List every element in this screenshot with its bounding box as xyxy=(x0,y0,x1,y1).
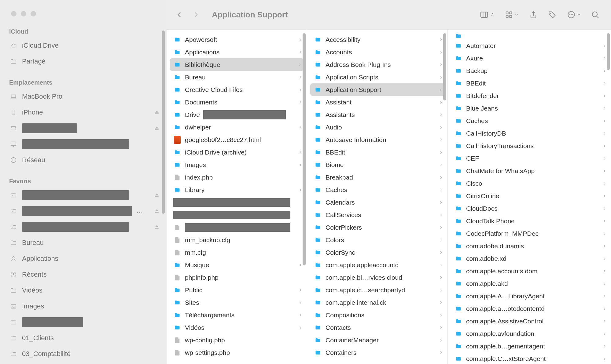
list-item[interactable] xyxy=(167,196,307,209)
list-item[interactable]: Bureau xyxy=(167,71,307,83)
list-item[interactable]: Blue Jeans xyxy=(448,102,611,115)
list-item[interactable]: com.apple.avfoundation xyxy=(448,327,611,340)
eject-icon[interactable] xyxy=(154,224,160,230)
sidebar-scrollbar[interactable] xyxy=(162,31,165,214)
share-button[interactable] xyxy=(529,10,538,19)
sidebar-item[interactable]: Réseau xyxy=(0,152,167,168)
list-item[interactable]: Library xyxy=(167,184,307,196)
list-item[interactable]: phpinfo.php xyxy=(167,271,307,284)
sidebar-item[interactable] xyxy=(0,136,167,152)
list-item[interactable]: ContainerManager xyxy=(307,334,447,346)
list-item[interactable]: Drive xyxy=(167,108,307,121)
list-item[interactable]: com.apple.C…xtStoreAgent xyxy=(448,352,611,364)
list-item[interactable]: Contacts xyxy=(307,321,447,334)
list-item[interactable]: com.apple.appleaccountd xyxy=(307,259,447,271)
sidebar-item[interactable] xyxy=(0,120,167,136)
list-item[interactable]: mm.cfg xyxy=(167,246,307,259)
eject-icon[interactable] xyxy=(154,192,160,198)
list-item[interactable]: CloudDocs xyxy=(448,202,611,215)
list-item[interactable]: com.apple.accounts.dom xyxy=(448,265,611,277)
sidebar-item[interactable] xyxy=(0,187,167,203)
list-item[interactable]: Bitdefender xyxy=(448,89,611,102)
sidebar-item[interactable]: Applications xyxy=(0,251,167,267)
list-item[interactable]: com.apple.akd xyxy=(448,277,611,290)
list-item[interactable]: CitrixOnline xyxy=(448,190,611,202)
sidebar-item[interactable]: MacBook Pro xyxy=(0,89,167,104)
sidebar-item[interactable] xyxy=(0,314,167,330)
list-item[interactable]: BBEdit xyxy=(307,146,447,158)
list-item[interactable]: com.apple.internal.ck xyxy=(307,296,447,309)
list-item[interactable]: Caches xyxy=(307,184,447,196)
sidebar-item[interactable]: Récents xyxy=(0,267,167,282)
list-item[interactable]: Audio xyxy=(307,121,447,133)
list-item[interactable]: CallHistoryDB xyxy=(448,127,611,140)
sidebar-item[interactable]: iCloud Drive xyxy=(0,38,167,53)
list-item[interactable]: Cisco xyxy=(448,177,611,190)
sidebar-item[interactable]: Images xyxy=(0,298,167,314)
column-scrollbar[interactable] xyxy=(303,33,306,265)
list-item[interactable]: Creative Cloud Files xyxy=(167,83,307,96)
list-item[interactable]: CallServices xyxy=(307,209,447,221)
list-item[interactable]: Apowersoft xyxy=(167,33,307,46)
search-button[interactable] xyxy=(591,10,599,19)
sidebar-item[interactable]: Partagé xyxy=(0,53,167,69)
list-item[interactable]: Application Support xyxy=(310,83,444,96)
list-item[interactable]: Address Book Plug-Ins xyxy=(307,58,447,71)
sidebar-item[interactable]: Vidéos xyxy=(0,282,167,298)
list-item[interactable]: BBEdit xyxy=(448,77,611,89)
list-item[interactable]: CloudTalk Phone xyxy=(448,215,611,227)
list-item[interactable]: Assistants xyxy=(307,108,447,121)
zoom-window-button[interactable] xyxy=(31,11,36,16)
list-item[interactable]: Calendars xyxy=(307,196,447,209)
list-item[interactable]: index.php xyxy=(167,171,307,184)
list-item[interactable]: com.adobe.dunamis xyxy=(448,240,611,252)
list-item[interactable]: Breakpad xyxy=(307,171,447,184)
list-item[interactable]: Accessibility xyxy=(307,33,447,46)
list-item[interactable]: Public xyxy=(167,284,307,296)
list-item[interactable]: mm_backup.cfg xyxy=(167,234,307,246)
list-item[interactable]: ColorSync xyxy=(307,246,447,259)
tags-button[interactable] xyxy=(548,10,557,19)
group-by-button[interactable] xyxy=(505,10,519,19)
list-item[interactable] xyxy=(167,221,307,234)
sidebar-item[interactable]: Bureau xyxy=(0,235,167,251)
list-item[interactable]: Axure xyxy=(448,52,611,64)
sidebar-item[interactable]: … xyxy=(0,203,167,219)
list-item[interactable]: ColorPickers xyxy=(307,221,447,234)
list-item[interactable]: CEF xyxy=(448,152,611,165)
sidebar-item[interactable] xyxy=(0,219,167,235)
forward-button[interactable] xyxy=(192,11,200,19)
list-item[interactable]: wp-settings.php xyxy=(167,346,307,359)
list-item[interactable] xyxy=(448,33,611,39)
list-item[interactable]: Compositions xyxy=(307,309,447,321)
list-item[interactable]: Assistant xyxy=(307,96,447,108)
list-item[interactable]: Vidéos xyxy=(167,321,307,334)
list-item[interactable]: Musique xyxy=(167,259,307,271)
back-button[interactable] xyxy=(175,11,183,19)
column-scrollbar[interactable] xyxy=(443,33,446,100)
eject-icon[interactable] xyxy=(154,125,160,131)
list-item[interactable]: com.apple.A…LibraryAgent xyxy=(448,290,611,302)
list-item[interactable]: Sites xyxy=(167,296,307,309)
sidebar-item[interactable]: 03_Comptabilité xyxy=(0,346,167,362)
sidebar-item[interactable]: iPhone xyxy=(0,104,167,120)
eject-icon[interactable] xyxy=(154,109,160,115)
list-item[interactable]: com.apple.AssistiveControl xyxy=(448,315,611,327)
list-item[interactable]: Application Scripts xyxy=(307,71,447,83)
list-item[interactable]: CodecPlatform_MMPDec xyxy=(448,227,611,240)
list-item[interactable]: Caches xyxy=(448,115,611,127)
minimize-window-button[interactable] xyxy=(21,11,26,16)
view-columns-button[interactable] xyxy=(480,10,495,19)
list-item[interactable]: com.adobe.xd xyxy=(448,252,611,265)
column-scrollbar[interactable] xyxy=(607,33,610,70)
eject-icon[interactable] xyxy=(154,208,160,214)
list-item[interactable]: google8b0f2…c8cc27.html xyxy=(167,133,307,146)
list-item[interactable]: Biome xyxy=(307,158,447,171)
close-window-button[interactable] xyxy=(11,11,17,16)
list-item[interactable]: Colors xyxy=(307,234,447,246)
list-item[interactable]: dwhelper xyxy=(167,121,307,133)
list-item[interactable]: Autosave Information xyxy=(307,133,447,146)
list-item[interactable]: com.apple.ic…searchpartyd xyxy=(307,284,447,296)
list-item[interactable]: Applications xyxy=(167,46,307,58)
list-item[interactable]: Containers xyxy=(307,346,447,359)
